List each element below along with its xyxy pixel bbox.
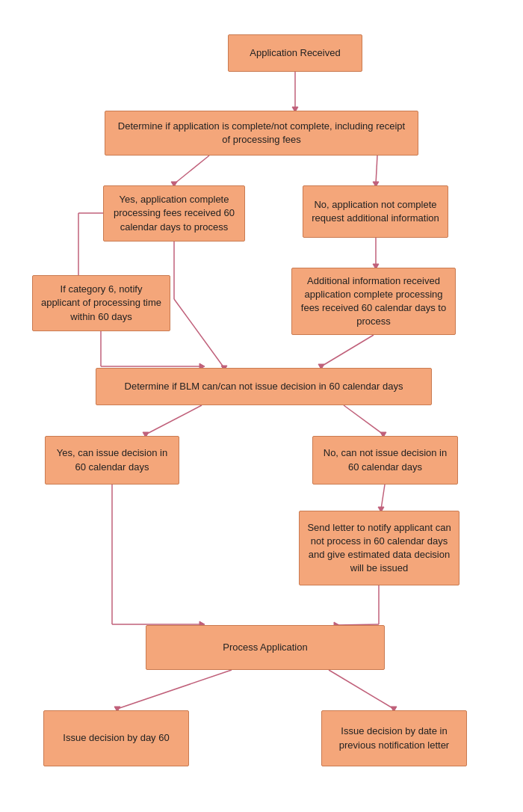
- flowchart: Application Received Determine if applic…: [0, 0, 523, 812]
- svg-line-11: [174, 299, 224, 368]
- no-complete-box: No, application not complete request add…: [303, 185, 448, 238]
- svg-line-20: [146, 405, 202, 434]
- svg-line-4: [376, 156, 377, 184]
- determine-complete-box: Determine if application is complete/not…: [105, 111, 418, 156]
- yes-complete-box: Yes, application complete processing fee…: [103, 185, 245, 242]
- svg-line-18: [321, 335, 374, 366]
- app-received-box: Application Received: [228, 34, 362, 72]
- cat6-notify-box: If category 6, notify applicant of proce…: [32, 275, 170, 331]
- svg-line-34: [329, 670, 394, 709]
- svg-line-27: [381, 485, 385, 509]
- process-app-box: Process Application: [146, 625, 385, 670]
- yes-issue-box: Yes, can issue decision in 60 calendar d…: [45, 436, 179, 485]
- svg-line-2: [174, 156, 209, 184]
- issue-day60-box: Issue decision by day 60: [43, 710, 189, 766]
- no-issue-box: No, can not issue decision in 60 calenda…: [312, 436, 458, 485]
- svg-line-32: [117, 670, 232, 709]
- additional-info-box: Additional information received applicat…: [291, 268, 456, 335]
- svg-line-22: [344, 405, 383, 434]
- determine-blm-box: Determine if BLM can/can not issue decis…: [96, 368, 432, 405]
- issue-date-letter-box: Issue decision by date in previous notif…: [321, 710, 467, 766]
- send-letter-box: Send letter to notify applicant can not …: [299, 511, 459, 585]
